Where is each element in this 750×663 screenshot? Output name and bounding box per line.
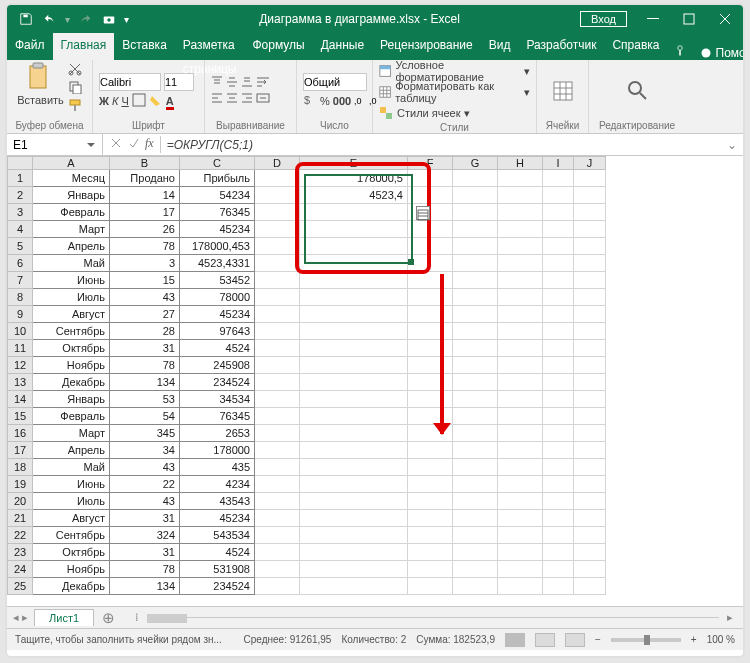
cell[interactable] (574, 476, 606, 493)
cell[interactable] (255, 323, 300, 340)
zoom-out[interactable]: − (595, 634, 601, 645)
cell[interactable]: 53 (110, 391, 180, 408)
row-header[interactable]: 17 (8, 442, 33, 459)
row-header[interactable]: 23 (8, 544, 33, 561)
align-top-icon[interactable] (211, 76, 223, 90)
cell[interactable] (574, 170, 606, 187)
italic-icon[interactable]: К (112, 95, 118, 107)
col-header[interactable]: G (453, 157, 498, 170)
cell[interactable] (543, 561, 574, 578)
cell[interactable] (543, 408, 574, 425)
cell[interactable]: Июнь (33, 476, 110, 493)
enter-icon[interactable] (127, 136, 141, 153)
cell[interactable] (498, 340, 543, 357)
cell[interactable]: Ноябрь (33, 561, 110, 578)
merge-icon[interactable] (256, 92, 270, 106)
currency-icon[interactable]: $ (303, 93, 317, 109)
cell[interactable] (543, 238, 574, 255)
cell[interactable] (453, 170, 498, 187)
cell[interactable] (408, 289, 453, 306)
cut-icon[interactable] (68, 62, 82, 78)
row-header[interactable]: 3 (8, 204, 33, 221)
cell[interactable] (408, 187, 453, 204)
cell[interactable] (574, 408, 606, 425)
cell[interactable] (574, 510, 606, 527)
find-icon[interactable] (626, 76, 648, 106)
cell[interactable] (300, 306, 408, 323)
cell[interactable] (300, 221, 408, 238)
cell[interactable] (300, 238, 408, 255)
worksheet[interactable]: ABCDEFGHIJ1МесяцПроданоПрибыль178000,52Я… (7, 156, 743, 606)
maximize-button[interactable] (671, 5, 707, 33)
comma-icon[interactable]: 000 (333, 95, 351, 107)
cell[interactable]: Февраль (33, 204, 110, 221)
cell[interactable] (408, 561, 453, 578)
view-pagelayout-icon[interactable] (535, 633, 555, 647)
cell[interactable]: 76345 (180, 408, 255, 425)
cell[interactable]: 2653 (180, 425, 255, 442)
cell[interactable] (574, 459, 606, 476)
cell[interactable] (498, 323, 543, 340)
cell[interactable]: 31 (110, 340, 180, 357)
cell[interactable]: 543534 (180, 527, 255, 544)
cell[interactable] (574, 289, 606, 306)
cell[interactable]: 4523,4331 (180, 255, 255, 272)
cell[interactable] (453, 544, 498, 561)
cell[interactable]: Май (33, 255, 110, 272)
cell[interactable] (498, 493, 543, 510)
cell[interactable] (543, 204, 574, 221)
cell[interactable] (453, 391, 498, 408)
col-header[interactable]: D (255, 157, 300, 170)
cell[interactable] (543, 510, 574, 527)
cell[interactable] (574, 442, 606, 459)
cell[interactable] (255, 306, 300, 323)
hscroll[interactable] (147, 617, 719, 618)
paste-button[interactable]: Вставить (17, 62, 64, 120)
cell[interactable] (300, 340, 408, 357)
cell[interactable]: 435 (180, 459, 255, 476)
cell[interactable] (255, 459, 300, 476)
cell[interactable] (498, 578, 543, 595)
cell[interactable] (498, 272, 543, 289)
cell[interactable] (574, 391, 606, 408)
tab-layout[interactable]: Разметка страницы (175, 33, 245, 60)
cell[interactable] (255, 544, 300, 561)
view-normal-icon[interactable] (505, 633, 525, 647)
cell[interactable] (300, 374, 408, 391)
cell[interactable]: 53452 (180, 272, 255, 289)
view-pagebreak-icon[interactable] (565, 633, 585, 647)
cell[interactable] (255, 476, 300, 493)
cell[interactable] (498, 357, 543, 374)
cell[interactable] (453, 357, 498, 374)
cell[interactable] (255, 187, 300, 204)
underline-icon[interactable]: Ч (121, 95, 128, 107)
cell[interactable]: 28 (110, 323, 180, 340)
row-header[interactable]: 1 (8, 170, 33, 187)
cell[interactable] (498, 425, 543, 442)
wrap-icon[interactable] (256, 76, 270, 90)
cell[interactable]: Январь (33, 391, 110, 408)
cell[interactable] (300, 544, 408, 561)
tab-help[interactable]: Справка (604, 33, 667, 60)
sheet-nav[interactable]: ◂ ▸ (7, 611, 34, 624)
cell[interactable]: Февраль (33, 408, 110, 425)
cell[interactable]: Прибыль (180, 170, 255, 187)
cond-format-button[interactable]: Условное форматирование ▾ (379, 62, 530, 80)
cell[interactable]: 97643 (180, 323, 255, 340)
cell[interactable] (574, 357, 606, 374)
row-header[interactable]: 8 (8, 289, 33, 306)
cell[interactable] (543, 442, 574, 459)
cell[interactable] (498, 544, 543, 561)
cell[interactable]: 26 (110, 221, 180, 238)
cell[interactable] (453, 527, 498, 544)
cell[interactable] (574, 323, 606, 340)
cell[interactable]: 78 (110, 357, 180, 374)
cell[interactable] (408, 255, 453, 272)
cell[interactable] (408, 391, 453, 408)
cell[interactable] (574, 425, 606, 442)
cell[interactable]: 45234 (180, 510, 255, 527)
cell[interactable] (453, 442, 498, 459)
cell[interactable] (543, 221, 574, 238)
cell[interactable] (453, 561, 498, 578)
cell[interactable] (255, 374, 300, 391)
